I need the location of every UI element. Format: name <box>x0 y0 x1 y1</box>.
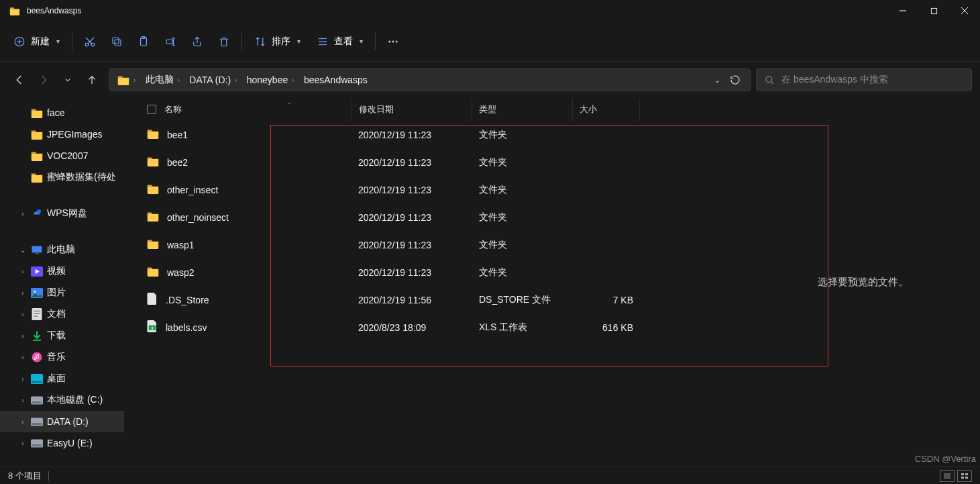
paste-icon[interactable] <box>130 28 157 55</box>
file-row[interactable]: bee12020/12/19 11:23文件夹 <box>124 121 745 148</box>
divider <box>375 33 376 50</box>
column-date[interactable]: 修改日期 <box>351 98 472 121</box>
sidebar-item[interactable]: ›WPS网盘 <box>0 203 124 224</box>
file-row[interactable]: wasp22020/12/19 11:23文件夹 <box>124 258 745 286</box>
icons-view-button[interactable] <box>957 470 972 482</box>
folder-icon <box>31 171 43 183</box>
breadcrumb-root[interactable]: › <box>113 69 142 91</box>
svg-text:X: X <box>151 326 154 330</box>
svg-point-32 <box>34 290 36 293</box>
sidebar-item[interactable]: ›文档 <box>0 303 124 325</box>
sidebar-item[interactable]: ›图片 <box>0 282 124 303</box>
copy-icon[interactable] <box>103 28 130 55</box>
maximize-button[interactable] <box>918 0 949 21</box>
breadcrumb-seg[interactable]: DATA (D:)› <box>185 69 242 91</box>
more-icon[interactable] <box>380 28 406 55</box>
forward-button[interactable] <box>32 68 55 91</box>
file-name: other_noinsect <box>167 212 229 223</box>
file-type: 文件夹 <box>472 184 573 196</box>
file-date: 2020/12/19 11:23 <box>351 130 472 140</box>
address-bar[interactable]: › 此电脑› DATA (D:)› honeybee› beesAndwasps… <box>109 68 751 91</box>
file-type: DS_STORE 文件 <box>472 294 573 306</box>
file-row[interactable]: Xlabels.csv2020/8/23 18:09XLS 工作表616 KB <box>124 313 745 341</box>
drive-icon <box>31 437 43 449</box>
file-type: 文件夹 <box>472 129 573 141</box>
music-icon <box>31 351 43 363</box>
refresh-icon[interactable] <box>730 75 741 85</box>
column-size[interactable]: 大小 <box>573 98 640 121</box>
svg-line-26 <box>771 81 773 84</box>
sidebar-item[interactable]: face <box>0 102 124 124</box>
sidebar-item[interactable]: 蜜蜂数据集(待处 <box>0 166 124 188</box>
drive-icon <box>31 416 43 428</box>
column-name[interactable]: 名称 ˄ <box>140 98 351 121</box>
sidebar-item[interactable]: ›音乐 <box>0 346 124 368</box>
sidebar-item[interactable]: JPEGImages <box>0 124 124 145</box>
new-label: 新建 <box>31 36 50 48</box>
wps-icon <box>31 207 43 220</box>
svg-point-46 <box>40 423 42 424</box>
rename-icon[interactable] <box>157 28 184 55</box>
file-icon <box>147 293 158 307</box>
file-size: 616 KB <box>573 322 640 333</box>
cut-icon[interactable] <box>76 28 103 55</box>
breadcrumb-seg[interactable]: honeybee› <box>243 69 300 91</box>
dl-icon <box>31 330 43 342</box>
file-name: bee1 <box>167 130 188 140</box>
details-view-button[interactable] <box>940 470 955 482</box>
svg-rect-36 <box>34 316 38 317</box>
pic-icon <box>31 287 43 299</box>
search-input[interactable]: 在 beesAndwasps 中搜索 <box>756 68 972 91</box>
sidebar[interactable]: faceJPEGImagesVOC2007蜜蜂数据集(待处›WPS网盘⌄此电脑›… <box>0 98 124 467</box>
file-row[interactable]: bee22020/12/19 11:23文件夹 <box>124 148 745 176</box>
sidebar-item-label: JPEGImages <box>47 129 102 140</box>
breadcrumb-seg[interactable]: beesAndwasps <box>300 69 372 91</box>
folder-icon <box>147 129 159 141</box>
sidebar-item[interactable]: VOC2007 <box>0 145 124 166</box>
back-button[interactable] <box>8 68 31 91</box>
svg-point-27 <box>37 209 41 213</box>
view-button[interactable]: 查看 ▾ <box>309 32 371 52</box>
up-button[interactable] <box>80 68 103 91</box>
desk-icon <box>31 373 43 385</box>
select-all-checkbox[interactable] <box>147 105 156 114</box>
share-icon[interactable] <box>184 28 211 55</box>
minimize-button[interactable] <box>887 0 918 21</box>
new-button[interactable]: 新建 ▾ <box>5 32 68 52</box>
sort-button[interactable]: 排序 ▾ <box>246 32 309 52</box>
svg-rect-58 <box>965 477 968 479</box>
sidebar-item[interactable]: ›DATA (D:) <box>0 411 124 432</box>
recent-button[interactable] <box>56 68 79 91</box>
sidebar-item[interactable]: ›视频 <box>0 260 124 282</box>
breadcrumb-seg[interactable]: 此电脑› <box>142 69 186 91</box>
doc-icon <box>31 308 43 320</box>
close-button[interactable] <box>949 0 980 21</box>
sidebar-item[interactable]: ⌄此电脑 <box>0 239 124 260</box>
column-header-row: 名称 ˄ 修改日期 类型 大小 <box>124 98 745 121</box>
sidebar-item-label: 音乐 <box>47 351 66 363</box>
chevron-down-icon: ▾ <box>56 38 60 45</box>
column-type[interactable]: 类型 <box>472 98 573 121</box>
file-date: 2020/12/19 11:23 <box>351 185 472 195</box>
sidebar-item[interactable]: ›下载 <box>0 325 124 346</box>
svg-rect-12 <box>113 38 119 44</box>
folder-icon <box>31 107 43 119</box>
file-row[interactable]: .DS_Store2020/12/19 11:56DS_STORE 文件7 KB <box>124 286 745 313</box>
window-folder-icon <box>9 7 20 15</box>
video-icon <box>31 265 43 277</box>
nav-row: › 此电脑› DATA (D:)› honeybee› beesAndwasps… <box>0 62 980 98</box>
chevron-down-icon[interactable]: ⌄ <box>714 76 720 85</box>
svg-point-43 <box>40 401 42 403</box>
file-date: 2020/12/19 11:56 <box>351 295 472 305</box>
file-row[interactable]: other_insect2020/12/19 11:23文件夹 <box>124 176 745 203</box>
file-row[interactable]: other_noinsect2020/12/19 11:23文件夹 <box>124 203 745 231</box>
file-row[interactable]: wasp12020/12/19 11:23文件夹 <box>124 231 745 258</box>
search-placeholder: 在 beesAndwasps 中搜索 <box>781 74 888 86</box>
svg-rect-15 <box>166 40 172 44</box>
sidebar-item-label: 本地磁盘 (C:) <box>47 394 103 406</box>
svg-point-22 <box>389 40 390 42</box>
sidebar-item[interactable]: ›本地磁盘 (C:) <box>0 389 124 411</box>
sidebar-item[interactable]: ›桌面 <box>0 368 124 389</box>
sidebar-item[interactable]: ›EasyU (E:) <box>0 432 124 454</box>
delete-icon[interactable] <box>211 28 237 55</box>
